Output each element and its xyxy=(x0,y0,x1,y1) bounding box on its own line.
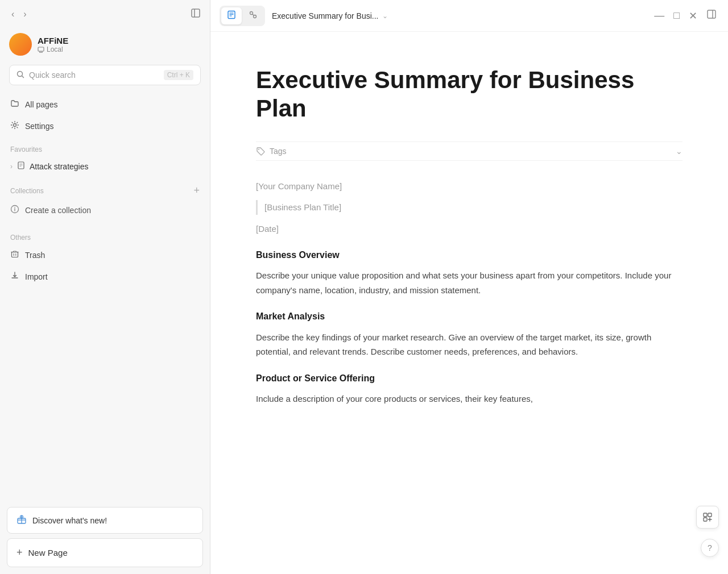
nav-forward-button[interactable]: › xyxy=(21,7,28,22)
title-bar-actions: — □ ✕ xyxy=(652,7,719,24)
page-view-button[interactable] xyxy=(221,7,242,24)
svg-point-15 xyxy=(14,207,15,208)
workspace-name: AFFiNE xyxy=(38,36,68,45)
folder-icon xyxy=(10,99,19,110)
discover-button[interactable]: Discover what's new! xyxy=(7,507,203,534)
minimize-button[interactable]: — xyxy=(652,7,667,24)
gift-icon xyxy=(16,514,27,526)
document-title: Executive Summary for Business Plan xyxy=(256,66,682,123)
trash-icon xyxy=(10,249,19,261)
doc-heading-business-overview: Business Overview xyxy=(256,247,682,263)
title-bar-left: Executive Summary for Busi... ⌄ xyxy=(220,6,388,26)
close-button[interactable]: ✕ xyxy=(686,7,700,24)
svg-rect-33 xyxy=(708,10,715,18)
collections-section-label: Collections xyxy=(10,187,44,195)
svg-rect-36 xyxy=(704,513,707,517)
doc-icon xyxy=(17,161,25,171)
discover-label: Discover what's new! xyxy=(32,516,107,525)
svg-line-7 xyxy=(22,76,24,77)
gear-icon xyxy=(10,120,19,132)
doc-paragraph-market-analysis: Describe the key findings of your market… xyxy=(256,330,682,359)
import-icon xyxy=(10,271,19,282)
main-area: Executive Summary for Busi... ⌄ — □ ✕ Ex… xyxy=(210,0,728,574)
svg-point-8 xyxy=(14,124,16,127)
svg-rect-0 xyxy=(192,9,200,17)
settings-label: Settings xyxy=(25,122,54,131)
view-toggle xyxy=(220,6,265,26)
svg-rect-2 xyxy=(38,47,44,51)
trash-label: Trash xyxy=(25,251,45,260)
import-label: Import xyxy=(25,272,48,281)
search-placeholder: Quick search xyxy=(29,70,159,80)
doc-placeholder-title: [Business Plan Title] xyxy=(256,200,682,215)
title-bar: Executive Summary for Busi... ⌄ — □ ✕ xyxy=(210,0,728,32)
svg-rect-16 xyxy=(12,252,18,257)
tags-chevron-icon: ⌄ xyxy=(676,147,682,156)
attack-strategies-label: Attack strategies xyxy=(30,162,89,171)
plus-icon: + xyxy=(16,547,23,559)
svg-point-35 xyxy=(258,149,259,150)
search-shortcut: Ctrl + K xyxy=(164,70,193,80)
svg-point-31 xyxy=(254,15,257,18)
sidebar-toggle-button[interactable] xyxy=(191,8,201,20)
maximize-button[interactable]: □ xyxy=(671,7,682,24)
sidebar-toggle-right[interactable] xyxy=(704,7,719,24)
sidebar-top-nav: ‹ › xyxy=(0,7,210,28)
others-section-label: Others xyxy=(0,224,210,245)
all-pages-label: All pages xyxy=(25,100,58,109)
others-nav: Trash Import xyxy=(0,245,210,287)
search-bar[interactable]: Quick search Ctrl + K xyxy=(9,65,201,85)
search-icon xyxy=(16,70,24,80)
doc-heading-product-service: Product or Service Offering xyxy=(256,371,682,386)
doc-title-truncated: Executive Summary for Busi... xyxy=(272,11,379,20)
nav-back-button[interactable]: ‹ xyxy=(9,7,16,22)
sidebar-nav: All pages Settings xyxy=(0,94,210,136)
svg-line-32 xyxy=(253,14,254,15)
workspace-info: AFFiNE Local xyxy=(38,36,68,53)
help-button[interactable]: ? xyxy=(701,539,719,557)
document-content: Executive Summary for Business Plan Tags… xyxy=(210,32,728,574)
favourites-section-label: Favourites xyxy=(0,136,210,157)
doc-heading-market-analysis: Market Analysis xyxy=(256,309,682,324)
edgeless-view-button[interactable] xyxy=(243,7,263,24)
create-collection-label: Create a collection xyxy=(25,206,91,215)
workspace-avatar xyxy=(9,33,32,56)
workspace[interactable]: AFFiNE Local xyxy=(0,28,210,65)
others-section: Others Trash Import xyxy=(0,224,210,287)
svg-rect-37 xyxy=(708,513,712,517)
svg-point-30 xyxy=(250,11,253,14)
info-circle-icon xyxy=(10,205,19,215)
collections-header: Collections + xyxy=(0,176,210,200)
document-body: [Your Company Name] [Business Plan Title… xyxy=(256,179,682,406)
sidebar-item-trash[interactable]: Trash xyxy=(5,245,205,265)
sidebar-bottom: Discover what's new! + New Page xyxy=(0,500,210,574)
nav-arrows: ‹ › xyxy=(9,7,29,22)
collections-add-button[interactable]: + xyxy=(193,185,200,197)
fab-area xyxy=(696,506,719,529)
sidebar: ‹ › AFFiNE Local Quick search Ctrl + K xyxy=(0,0,210,574)
svg-rect-38 xyxy=(704,518,707,521)
doc-placeholder-company: [Your Company Name] xyxy=(256,179,682,194)
tags-row[interactable]: Tags ⌄ xyxy=(256,142,682,161)
chevron-down-icon: ⌄ xyxy=(382,12,388,20)
question-icon: ? xyxy=(708,543,712,552)
new-page-button[interactable]: + New Page xyxy=(7,538,203,567)
doc-paragraph-product-service: Include a description of your core produ… xyxy=(256,392,682,406)
sidebar-item-import[interactable]: Import xyxy=(5,267,205,287)
grid-add-button[interactable] xyxy=(696,506,719,529)
sidebar-item-all-pages[interactable]: All pages xyxy=(5,94,205,115)
chevron-right-icon: › xyxy=(10,163,13,170)
sidebar-item-settings[interactable]: Settings xyxy=(5,116,205,136)
sidebar-item-attack-strategies[interactable]: › Attack strategies xyxy=(5,157,205,176)
tags-label: Tags xyxy=(256,147,287,156)
new-page-label: New Page xyxy=(28,548,68,558)
workspace-type: Local xyxy=(38,45,68,53)
doc-placeholder-date: [Date] xyxy=(256,222,682,236)
document-title-bar[interactable]: Executive Summary for Busi... ⌄ xyxy=(272,11,388,20)
create-collection-button[interactable]: Create a collection xyxy=(5,200,205,220)
doc-paragraph-business-overview: Describe your unique value proposition a… xyxy=(256,268,682,297)
